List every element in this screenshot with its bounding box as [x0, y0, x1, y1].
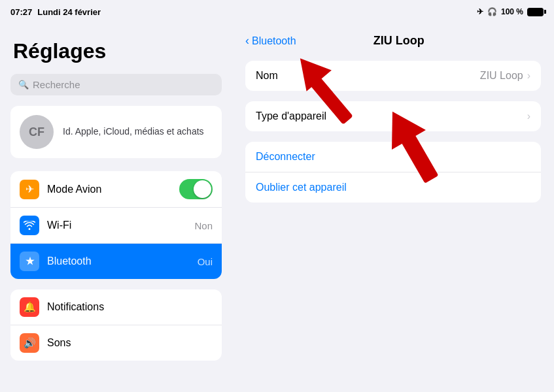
profile-card[interactable]: CF Id. Apple, iCloud, médias et achats: [10, 106, 222, 158]
back-label: Bluetooth: [252, 35, 296, 47]
notifications-label: Notifications: [47, 301, 213, 313]
detail-header: ‹ Bluetooth ZIU Loop: [245, 24, 541, 61]
settings-group-misc: 🔔 Notifications 🔊 Sons: [10, 289, 222, 361]
search-placeholder: Recherche: [33, 79, 80, 90]
notifications-icon: 🔔: [20, 297, 39, 317]
status-bar: 07:27 Lundi 24 février ✈ 🎧 100 %: [0, 0, 554, 24]
airplane-icon: ✈: [477, 7, 483, 16]
detail-title: ZIU Loop: [296, 34, 502, 48]
sidebar-item-bluetooth[interactable]: ★ Bluetooth Oui: [10, 244, 222, 279]
detail-row-type-label: Type d'appareil: [256, 110, 527, 122]
sidebar: Réglages 🔍 Recherche CF Id. Apple, iClou…: [0, 24, 232, 392]
bluetooth-value: Oui: [198, 256, 213, 267]
battery: 100 %: [501, 7, 523, 16]
sidebar-item-notifications[interactable]: 🔔 Notifications: [10, 289, 222, 325]
back-button[interactable]: ‹ Bluetooth: [245, 34, 296, 48]
detail-panel: ‹ Bluetooth ZIU Loop Nom ZIU Loop › Type…: [232, 24, 554, 392]
status-right: ✈ 🎧 100 %: [477, 7, 544, 16]
settings-group-connectivity: ✈ Mode Avion Wi-Fi Non: [10, 171, 222, 279]
mode-avion-icon: ✈: [20, 180, 39, 199]
date: Lundi 24 février: [37, 7, 101, 17]
sidebar-title: Réglages: [10, 39, 222, 63]
back-chevron-icon: ‹: [245, 34, 249, 48]
wifi-icon: [20, 216, 39, 235]
time: 07:27: [10, 7, 32, 17]
bluetooth-icon: ★: [20, 252, 39, 271]
profile-description: Id. Apple, iCloud, médias et achats: [63, 125, 204, 139]
bluetooth-label: Bluetooth: [47, 255, 190, 267]
search-bar[interactable]: 🔍 Recherche: [10, 74, 222, 95]
battery-icon: [527, 8, 544, 16]
action-disconnect[interactable]: Déconnecter: [245, 142, 541, 172]
status-left: 07:27 Lundi 24 février: [10, 7, 101, 17]
chevron-right-icon: ›: [527, 70, 530, 82]
main-container: Réglages 🔍 Recherche CF Id. Apple, iClou…: [0, 24, 554, 392]
search-icon: 🔍: [18, 80, 29, 90]
detail-section-name: Nom ZIU Loop ›: [245, 61, 541, 91]
detail-row-name-value: ZIU Loop: [480, 70, 523, 82]
sons-icon: 🔊: [20, 333, 39, 353]
wifi-label: Wi-Fi: [47, 220, 186, 231]
detail-section-actions: Déconnecter Oublier cet appareil: [245, 142, 541, 203]
detail-row-type[interactable]: Type d'appareil ›: [245, 101, 541, 131]
action-forget[interactable]: Oublier cet appareil: [245, 172, 541, 203]
mode-avion-toggle[interactable]: [179, 179, 213, 199]
detail-row-name[interactable]: Nom ZIU Loop ›: [245, 61, 541, 91]
sidebar-item-wifi[interactable]: Wi-Fi Non: [10, 208, 222, 244]
avatar: CF: [20, 115, 54, 149]
chevron-right-type-icon: ›: [527, 110, 530, 122]
detail-section-type: Type d'appareil ›: [245, 101, 541, 131]
detail-row-name-label: Nom: [256, 70, 480, 82]
sons-label: Sons: [47, 337, 213, 349]
headphone-icon: 🎧: [487, 7, 497, 16]
wifi-value: Non: [194, 220, 213, 231]
sidebar-item-mode-avion[interactable]: ✈ Mode Avion: [10, 171, 222, 208]
mode-avion-label: Mode Avion: [47, 184, 171, 195]
sidebar-item-sons[interactable]: 🔊 Sons: [10, 325, 222, 361]
